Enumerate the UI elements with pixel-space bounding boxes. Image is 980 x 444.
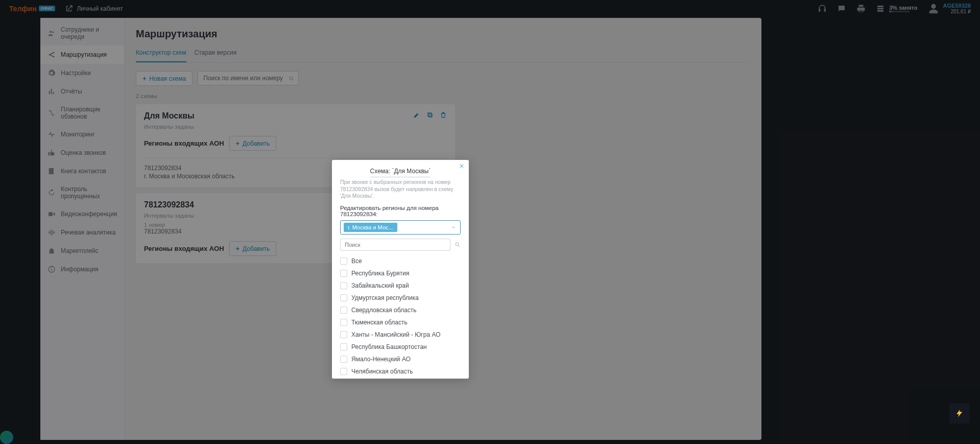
checkbox[interactable] [340, 307, 347, 314]
region-option[interactable]: Республика Бурятия [332, 267, 469, 279]
option-label: Удмуртская республика [351, 294, 419, 301]
region-option[interactable]: Все [332, 255, 469, 267]
checkbox[interactable] [340, 319, 347, 326]
option-label: Свердловская область [351, 307, 416, 314]
checkbox[interactable] [340, 282, 347, 289]
checkbox[interactable] [340, 356, 347, 363]
checkbox[interactable] [340, 258, 347, 265]
region-option-list[interactable]: Все Республика Бурятия Забайкальский кра… [332, 255, 469, 377]
region-option[interactable]: Забайкальский край [332, 279, 469, 292]
option-label: Республика Башкортостан [351, 343, 427, 350]
region-search-input[interactable] [340, 239, 450, 251]
option-label: Тюменская область [351, 319, 408, 326]
checkbox[interactable] [340, 368, 347, 375]
checkbox[interactable] [340, 331, 347, 338]
region-select[interactable]: г. Москва и Мос... [340, 220, 461, 235]
region-option[interactable]: Челябинская область [332, 365, 469, 377]
option-label: Челябинская область [351, 368, 413, 375]
close-icon[interactable] [459, 163, 465, 169]
modal-backdrop[interactable] [0, 0, 980, 444]
option-label: Ханты - Мансийский - Югра АО [351, 331, 441, 338]
option-label: Все [351, 258, 362, 265]
search-icon [455, 242, 461, 248]
quick-action-button[interactable] [949, 403, 970, 424]
chevron-up-icon [451, 225, 456, 230]
bolt-icon [955, 407, 964, 419]
region-option[interactable]: Тюменская область [332, 316, 469, 329]
checkbox[interactable] [340, 270, 347, 277]
region-option[interactable]: Ханты - Мансийский - Югра АО [332, 329, 469, 341]
option-label: Ямало-Ненецкий АО [351, 356, 411, 363]
region-option[interactable]: Ямало-Ненецкий АО [332, 353, 469, 365]
modal-description: При звонке с выбранных регионов на номер… [332, 179, 469, 205]
modal-edit-label: Редактировать регионы для номера 7812309… [332, 205, 469, 220]
region-option[interactable]: Удмуртская республика [332, 292, 469, 304]
modal-title: Схема: `Для Москвы` [332, 168, 469, 179]
svg-point-20 [456, 243, 459, 246]
selected-region-chip[interactable]: г. Москва и Мос... [344, 223, 397, 232]
region-option[interactable]: Республика Башкортостан [332, 341, 469, 353]
checkbox[interactable] [340, 343, 347, 350]
option-label: Забайкальский край [351, 282, 409, 289]
option-label: Республика Бурятия [351, 270, 410, 277]
region-modal: Схема: `Для Москвы` При звонке с выбранн… [332, 160, 469, 379]
checkbox[interactable] [340, 294, 347, 301]
region-option[interactable]: Свердловская область [332, 304, 469, 316]
